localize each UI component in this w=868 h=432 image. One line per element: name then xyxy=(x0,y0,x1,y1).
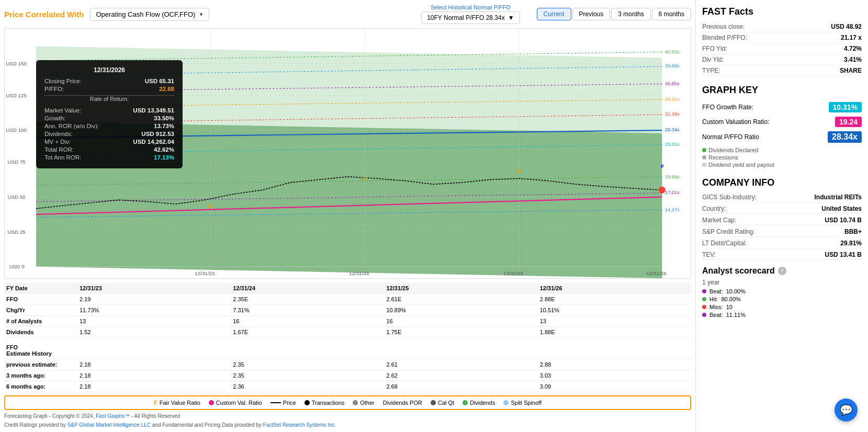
historical-dropdown-arrow: ▼ xyxy=(508,14,514,21)
svg-text:F: F xyxy=(517,168,521,175)
chgyr-3: 10.89% xyxy=(385,306,538,314)
select-historical-link[interactable]: Select Historical Normal P/FFO xyxy=(431,4,511,10)
svg-text:25.51x: 25.51x xyxy=(665,142,680,147)
prev-est-label: previous estimate: xyxy=(4,360,77,369)
dividends-4: 1.88E xyxy=(538,328,691,336)
custom-val-label: Custom Valuation Ratio: xyxy=(702,118,770,126)
tooltip-growth-value: 33.50% xyxy=(154,115,174,121)
prev-close-label: Previous close: xyxy=(702,23,745,30)
legend-cal-qt: Cal Qt xyxy=(431,400,454,406)
legend-other-dot xyxy=(353,400,358,405)
legend-f-icon: F xyxy=(154,400,157,406)
div-yld-label: Div Yld: xyxy=(702,56,724,63)
prev-est-2: 2.35 xyxy=(231,360,384,369)
tooltip-date: 12/31/2026 xyxy=(44,66,174,74)
6months-est-1: 2.18 xyxy=(77,382,231,391)
custom-val-row: Custom Valuation Ratio: 19.24 xyxy=(702,115,862,129)
price-correlated-label: Price Correlated With xyxy=(4,10,84,19)
tooltip-div-label: Dividends: xyxy=(44,131,73,137)
chgyr-2: 7.31% xyxy=(231,306,384,314)
svg-text:USD 150: USD 150 xyxy=(6,61,27,66)
analyst-beat2-row: Beat: 11.11% xyxy=(702,312,862,318)
col-header-1: 12/31/23 xyxy=(77,284,231,292)
graph-key-legend: Dividends Declared Recessions Dividend y… xyxy=(702,147,862,168)
svg-text:42.52x: 42.52x xyxy=(665,49,680,54)
legend-div-yield: Dividend yield and payout xyxy=(702,162,862,168)
footer-credit-link[interactable]: S&P Global Market Intelligence LLC xyxy=(67,422,151,428)
legend-price-line xyxy=(270,402,281,403)
help-icon[interactable]: ? xyxy=(778,267,786,275)
legend-price: Price xyxy=(270,400,296,406)
tooltip-totalror-value: 42.62% xyxy=(154,146,174,153)
table-row: Chg/Yr 11.73% 7.31% 10.89% 10.51% xyxy=(4,305,691,316)
legend-custom-val-dot xyxy=(209,400,214,405)
period-3months-btn[interactable]: 3 months xyxy=(611,8,650,20)
period-6months-btn[interactable]: 6 months xyxy=(652,8,691,20)
6months-est-label: 6 months ago: xyxy=(4,382,77,391)
legend-transactions-dot xyxy=(305,400,310,405)
analysts-4: 13 xyxy=(538,317,691,325)
blended-pffo-value: 21.17 x xyxy=(841,34,862,41)
ffo-3: 2.61E xyxy=(385,295,538,303)
fy-date-header: FY Date xyxy=(4,284,77,292)
table-row: Dividends 1.52 1.67E 1.75E 1.88E xyxy=(4,327,691,338)
legend-dividends-por-label: Dividends POR xyxy=(383,400,422,406)
market-cap-value: USD 10.74 B xyxy=(825,217,862,224)
historical-selector: Select Historical Normal P/FFO 10FY Norm… xyxy=(421,4,520,24)
svg-text:12/31/23: 12/31/23 xyxy=(195,270,215,276)
chat-button[interactable]: 💬 xyxy=(835,399,858,422)
legend-custom-val-label: Custom Val. Ratio xyxy=(216,400,262,406)
tooltip-annror-value: 13.73% xyxy=(154,123,174,129)
div-yld-value: 3.41% xyxy=(844,56,862,63)
div-yield-label: Dividend yield and payout xyxy=(708,162,774,168)
chart-tooltip: 12/31/2026 Closing Price: USD 65.31 P/FF… xyxy=(36,60,183,168)
footer-brand-link[interactable]: Fast Graphs™ xyxy=(96,413,130,419)
miss-value: 10 xyxy=(726,304,732,310)
ffo-4: 2.88E xyxy=(538,295,691,303)
legend-other: Other xyxy=(353,400,375,406)
period-previous-btn[interactable]: Previous xyxy=(572,8,611,20)
fast-facts-table: Previous close: USD 48.92 Blended P/FFO:… xyxy=(702,21,862,76)
hit-label: Hit: xyxy=(709,296,718,302)
legend-fair-value: F Fair Value Ratio xyxy=(154,400,200,406)
col-header-2: 12/31/24 xyxy=(231,284,384,292)
prev-close-value: USD 48.92 xyxy=(831,23,862,30)
correlation-dropdown[interactable]: Operating Cash Flow (OCF,FFO) ▼ xyxy=(90,8,209,21)
legend-split-spinoff: Split Spinoff xyxy=(503,400,542,406)
tooltip-annror-label: Ann. ROR (w/o Div): xyxy=(44,123,99,129)
tooltip-mv-value: USD 13,349.51 xyxy=(133,107,174,113)
beat2-dot xyxy=(702,313,706,317)
div-declared-dot xyxy=(702,148,706,152)
analyst-scorecard-title: Analyst scorecard xyxy=(702,266,775,276)
fast-facts-section: FAST Facts Previous close: USD 48.92 Ble… xyxy=(702,6,862,76)
fact-row: Div Yld: 3.41% xyxy=(702,54,862,65)
company-info-title: COMPANY INFO xyxy=(702,177,862,188)
historical-dropdown[interactable]: 10FY Normal P/FFO 28.34x ▼ xyxy=(421,12,520,24)
credit-rating-label: S&P Credit Rating: xyxy=(702,228,755,235)
period-current-btn[interactable]: Current xyxy=(537,8,571,20)
fast-facts-title: FAST Facts xyxy=(702,6,862,17)
chart-area: F F F F USD 150 USD 125 USD 100 USD 75 U… xyxy=(4,28,691,279)
footer: Forecasting Graph - Copyright © 2024, Fa… xyxy=(4,413,691,419)
chgyr-label: Chg/Yr xyxy=(4,306,77,314)
beat-value: 10.00% xyxy=(726,288,746,294)
svg-text:USD 50: USD 50 xyxy=(7,194,26,200)
6months-est-2: 2.36 xyxy=(231,382,384,391)
company-info-section: COMPANY INFO GICS Sub-Industry: Industri… xyxy=(702,175,862,260)
tooltip-totannror-label: Tot Ann ROR: xyxy=(44,154,81,161)
tev-value: USD 13.41 B xyxy=(825,251,862,258)
svg-text:USD 75: USD 75 xyxy=(7,159,26,165)
miss-label: Miss: xyxy=(709,304,723,310)
normal-pffo-row: Normal P/FFO Ratio 28.34x xyxy=(702,129,862,145)
fact-row: FFO Yld: 4.72% xyxy=(702,43,862,54)
analysts-3: 16 xyxy=(385,317,538,325)
analysts-label: # of Analysts xyxy=(4,317,77,325)
legend-other-label: Other xyxy=(360,400,375,406)
tooltip-totalror-label: Total ROR: xyxy=(44,146,74,153)
beat2-label: Beat: xyxy=(709,312,723,318)
footer-data-link[interactable]: FactSet Research Systems Inc. xyxy=(263,422,336,428)
svg-text:USD 125: USD 125 xyxy=(6,93,27,98)
country-label: Country: xyxy=(702,205,726,212)
miss-dot xyxy=(702,305,706,309)
svg-text:USD 0: USD 0 xyxy=(9,264,25,269)
